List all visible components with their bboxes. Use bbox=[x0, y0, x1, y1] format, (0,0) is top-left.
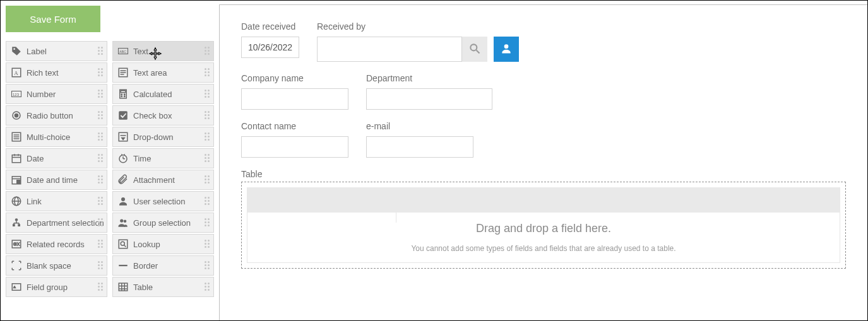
palette-item-groupsel[interactable]: Group selection bbox=[112, 213, 214, 233]
input-email[interactable] bbox=[366, 136, 473, 158]
drag-handle-icon bbox=[98, 90, 104, 98]
palette-item-lookup[interactable]: Lookup bbox=[112, 234, 214, 254]
user-picker-button[interactable] bbox=[494, 37, 519, 62]
palette-item-richtext[interactable]: ARich text bbox=[6, 62, 107, 83]
input-received-by[interactable] bbox=[317, 37, 462, 62]
table-dropzone[interactable]: Drag and drop a field here. You cannot a… bbox=[241, 182, 846, 269]
svg-point-68 bbox=[504, 44, 509, 49]
label-contact-name: Contact name bbox=[241, 121, 348, 131]
palette-item-label: Department selection bbox=[27, 218, 104, 228]
palette-item-label: Multi-choice bbox=[27, 132, 70, 142]
svg-point-57 bbox=[121, 242, 124, 245]
drag-handle-icon bbox=[205, 154, 211, 163]
input-department[interactable] bbox=[366, 88, 492, 110]
label-table: Table bbox=[241, 169, 846, 179]
table-icon bbox=[117, 281, 129, 293]
svg-line-67 bbox=[477, 50, 480, 53]
deptsel-icon bbox=[10, 216, 23, 229]
svg-point-0 bbox=[13, 48, 15, 50]
save-form-button[interactable]: Save Form bbox=[6, 6, 100, 32]
drag-handle-icon bbox=[205, 47, 211, 55]
palette-item-multi[interactable]: Multi-choice bbox=[6, 127, 107, 147]
field-company-name: Company name bbox=[241, 73, 348, 110]
palette-item-related[interactable]: Related records bbox=[6, 234, 107, 254]
drag-handle-icon bbox=[98, 47, 104, 55]
related-icon bbox=[10, 238, 23, 250]
label-email: e-mail bbox=[366, 121, 473, 131]
svg-point-55 bbox=[15, 243, 16, 245]
palette-item-border[interactable]: Border bbox=[112, 255, 214, 276]
palette-item-label: Date and time bbox=[27, 175, 78, 185]
tag-icon bbox=[10, 45, 23, 57]
palette-item-label: Calculated bbox=[133, 90, 172, 99]
palette-item-attach[interactable]: Attachment bbox=[112, 170, 214, 190]
table-header-row bbox=[247, 187, 840, 213]
drag-handle-icon bbox=[205, 175, 211, 184]
palette-item-usersel[interactable]: User selection bbox=[112, 191, 214, 211]
drag-handle-icon bbox=[98, 175, 104, 184]
svg-point-52 bbox=[124, 220, 127, 223]
drag-handle-icon bbox=[98, 154, 104, 163]
palette-item-time[interactable]: Time bbox=[112, 148, 214, 168]
drag-handle-icon bbox=[205, 111, 211, 120]
svg-point-43 bbox=[121, 197, 125, 201]
palette-item-label: Radio button bbox=[27, 111, 73, 120]
drop-hint-sub: You cannot add some types of fields and … bbox=[411, 244, 675, 253]
field-contact-name: Contact name bbox=[241, 121, 348, 158]
drag-handle-icon bbox=[205, 90, 211, 98]
palette-item-blank[interactable]: Blank space bbox=[6, 255, 107, 276]
border-icon bbox=[117, 259, 129, 272]
palette-item-radio[interactable]: Radio button bbox=[6, 105, 107, 125]
palette-item-label: Drop-down bbox=[133, 132, 174, 142]
input-contact-name[interactable] bbox=[241, 136, 348, 158]
drag-handle-icon bbox=[98, 283, 104, 291]
richtext-icon: A bbox=[10, 66, 23, 79]
palette-item-checkbox[interactable]: Check box bbox=[112, 105, 214, 125]
palette-item-deptsel[interactable]: Department selection bbox=[6, 213, 107, 233]
palette-item-calc[interactable]: Calculated bbox=[112, 84, 214, 104]
svg-marker-27 bbox=[122, 138, 125, 140]
attach-icon bbox=[117, 173, 129, 186]
svg-text:123: 123 bbox=[13, 93, 20, 96]
palette-item-datetime[interactable]: Date and time bbox=[6, 170, 107, 190]
svg-marker-3 bbox=[150, 48, 161, 59]
table-body-placeholder: Drag and drop a field here. You cannot a… bbox=[247, 213, 840, 263]
input-date-received[interactable] bbox=[241, 37, 299, 58]
palette-item-dropdown[interactable]: Drop-down bbox=[112, 127, 214, 147]
drag-handle-icon bbox=[205, 283, 211, 291]
palette-item-label: Field group bbox=[27, 283, 68, 292]
drag-handle-icon bbox=[205, 261, 211, 270]
drag-handle-icon bbox=[98, 68, 104, 77]
palette-item-link[interactable]: Link bbox=[6, 191, 107, 211]
dropdown-icon bbox=[117, 131, 129, 143]
palette-item-label: Time bbox=[133, 154, 151, 163]
palette-item-date[interactable]: Date bbox=[6, 148, 107, 168]
svg-point-44 bbox=[15, 218, 18, 221]
palette-item-label: Table bbox=[133, 283, 153, 292]
palette-item-number[interactable]: 123Number bbox=[6, 84, 107, 104]
palette-item-table[interactable]: Table bbox=[112, 277, 214, 297]
palette-item-fieldgrp[interactable]: Field group bbox=[6, 277, 107, 297]
svg-line-58 bbox=[124, 245, 126, 247]
datetime-icon bbox=[10, 173, 23, 186]
drag-handle-icon bbox=[98, 218, 104, 227]
palette-item-label: Date bbox=[27, 154, 44, 163]
svg-point-17 bbox=[124, 96, 126, 97]
fieldgrp-icon bbox=[10, 281, 23, 293]
palette-item-textarea[interactable]: Text area bbox=[112, 62, 214, 83]
drag-handle-icon bbox=[98, 132, 104, 141]
label-department: Department bbox=[366, 73, 492, 83]
palette-item-label: Text bbox=[133, 47, 148, 56]
palette-item-label: Lookup bbox=[133, 240, 160, 249]
palette-item-text[interactable]: ABCText bbox=[112, 41, 214, 61]
svg-rect-46 bbox=[18, 224, 20, 226]
palette-item-tag[interactable]: Label bbox=[6, 41, 107, 61]
search-button[interactable] bbox=[462, 37, 487, 62]
usersel-icon bbox=[117, 195, 129, 207]
drag-handle-icon bbox=[205, 218, 211, 227]
input-company-name[interactable] bbox=[241, 88, 348, 110]
drag-handle-icon bbox=[205, 240, 211, 248]
palette-item-label: Blank space bbox=[27, 261, 71, 271]
radio-icon bbox=[10, 109, 23, 122]
checkbox-icon bbox=[117, 109, 129, 122]
